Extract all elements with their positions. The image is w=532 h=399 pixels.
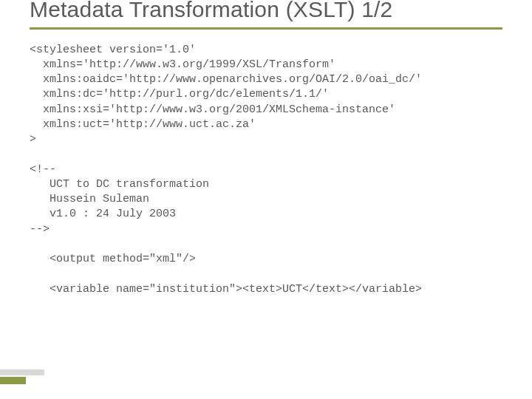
code-line: xmlns:uct='http://www.uct.ac.za' (30, 118, 256, 131)
code-line: > (30, 133, 36, 146)
code-line: xmlns:dc='http://purl.org/dc/elements/1.… (30, 88, 329, 100)
code-block: <stylesheet version='1.0' xmlns='http://… (30, 43, 502, 297)
footer-accent-shadow (0, 369, 44, 375)
code-line: Hussein Suleman (30, 193, 149, 205)
code-line: <!-- (30, 163, 56, 176)
code-line: xmlns='http://www.w3.org/1999/XSL/Transf… (30, 58, 335, 71)
code-line: <output method="xml"/> (30, 253, 196, 265)
code-line: --> (30, 223, 50, 236)
code-line: UCT to DC transformation (30, 178, 209, 191)
code-line: xmlns:xsi='http://www.w3.org/2001/XMLSch… (30, 103, 395, 116)
title-underline (30, 27, 502, 30)
code-line: xmlns:oaidc='http://www.openarchives.org… (30, 73, 422, 86)
code-line: <stylesheet version='1.0' (30, 44, 196, 56)
slide: Metadata Transformation (XSLT) 1/2 <styl… (0, 0, 532, 312)
footer-accent-bar (0, 377, 26, 384)
code-line: <variable name="institution"><text>UCT</… (30, 283, 422, 296)
code-line: v1.0 : 24 July 2003 (30, 208, 176, 220)
slide-title: Metadata Transformation (XSLT) 1/2 (30, 0, 502, 23)
